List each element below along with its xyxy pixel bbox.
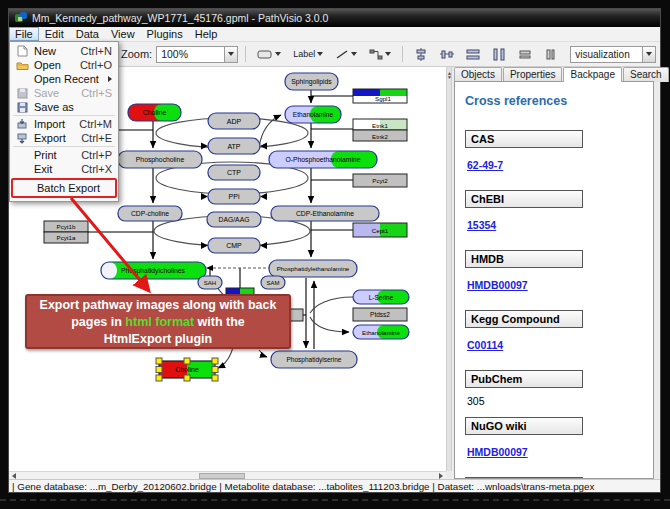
menu-edit[interactable]: Edit	[39, 27, 70, 41]
node-choline-top[interactable]: Choline	[128, 104, 181, 121]
label-tool-button[interactable]: Label	[289, 45, 327, 64]
datanode-tool-button[interactable]	[253, 45, 285, 64]
connector-tool-button[interactable]	[365, 45, 395, 64]
gene-box-pcyt1a[interactable]: Pcyt1a	[44, 232, 88, 243]
svg-text:Choline: Choline	[143, 109, 167, 116]
xref-link[interactable]: HMDB00097	[467, 446, 528, 458]
title-bar[interactable]: Mm_Kennedy_pathway_WP1771_45176.gpml - P…	[9, 9, 660, 27]
svg-text:DAG/AAG: DAG/AAG	[219, 216, 250, 223]
distribute-vertical-icon	[492, 48, 506, 61]
node-sah[interactable]: SAH	[198, 276, 222, 289]
gene-box-ptdss2[interactable]: Ptdss2	[353, 308, 407, 321]
match-height-button[interactable]	[540, 45, 562, 64]
file-menu-item-save-as[interactable]: Save as	[10, 100, 118, 114]
xref-section-nugo: NuGO wiki HMDB00097	[465, 417, 643, 467]
svg-text:Cept1: Cept1	[372, 227, 389, 234]
match-width-icon	[518, 48, 532, 61]
align-center-x-icon	[414, 48, 428, 61]
node-atp[interactable]: ATP	[208, 138, 260, 154]
file-menu-item-open[interactable]: OpenCtrl+O	[10, 58, 118, 72]
menu-data[interactable]: Data	[70, 27, 105, 41]
file-menu-item-open-recent[interactable]: Open Recent	[10, 72, 118, 86]
file-menu-item-save[interactable]: SaveCtrl+S	[10, 86, 118, 100]
svg-text:Phosphatidylethanolamine: Phosphatidylethanolamine	[277, 265, 350, 272]
match-width-button[interactable]	[514, 45, 536, 64]
svg-text:Phosphocholine: Phosphocholine	[136, 156, 185, 164]
distribute-horizontal-button[interactable]	[462, 45, 484, 64]
distribute-horizontal-icon	[466, 48, 480, 61]
tab-backpage[interactable]: Backpage	[563, 67, 621, 82]
gene-box-etnk2[interactable]: Etnk2	[353, 130, 407, 141]
node-phosphocholine[interactable]: Phosphocholine	[118, 151, 202, 168]
node-cdp-choline[interactable]: CDP-choline	[118, 206, 182, 221]
node-sphingolipids[interactable]: Sphingolipids	[285, 73, 338, 90]
file-menu-item-batch-export[interactable]: Batch Export	[13, 181, 115, 195]
connector-tool-icon	[369, 49, 383, 60]
align-center-y-button[interactable]	[436, 45, 458, 64]
node-phosphatidylserine[interactable]: Phosphatidylserine	[271, 351, 357, 368]
file-menu-item-new[interactable]: NewCtrl+N	[10, 44, 118, 58]
gene-box-cept1[interactable]: Cept1	[353, 223, 407, 237]
svg-text:Pcyt2: Pcyt2	[372, 177, 388, 184]
xref-section-cas: CAS 62-49-7	[465, 130, 643, 180]
node-dag-aag[interactable]: DAG/AAG	[207, 212, 261, 227]
connector-dropdown-icon	[385, 52, 391, 56]
xref-header: HMDB	[465, 250, 583, 268]
file-menu-item-export[interactable]: ExportCtrl+E	[10, 131, 118, 145]
xref-link[interactable]: C00114	[467, 339, 503, 351]
tab-objects[interactable]: Objects	[454, 67, 502, 82]
menu-file[interactable]: File	[9, 27, 39, 41]
visualization-dropdown-button[interactable]	[642, 47, 655, 62]
xref-section-kegg: Kegg Compound C00114	[465, 310, 643, 360]
align-center-y-icon	[440, 48, 454, 61]
menu-help[interactable]: Help	[189, 27, 224, 41]
node-sam[interactable]: SAM	[261, 276, 285, 289]
gene-box-pcyt2[interactable]: Pcyt2	[353, 174, 407, 187]
distribute-vertical-button[interactable]	[488, 45, 510, 64]
node-ppi[interactable]: PPi	[208, 189, 260, 204]
node-ctp[interactable]: CTP	[208, 165, 260, 180]
xref-section-hmdb: HMDB HMDB00097	[465, 250, 643, 300]
xref-link[interactable]: 15354	[467, 219, 496, 231]
node-phosphatidylcholines[interactable]: Phosphatidylcholines	[101, 262, 206, 279]
window-title: Mm_Kennedy_pathway_WP1771_45176.gpml - P…	[32, 12, 328, 24]
node-phosphatidylethanolamine[interactable]: Phosphatidylethanolamine	[269, 260, 357, 277]
svg-text:O-Phosphoethanolamine: O-Phosphoethanolamine	[285, 156, 360, 164]
toolbar-separator	[245, 46, 246, 62]
line-tool-button[interactable]	[331, 45, 361, 64]
node-adp[interactable]: ADP	[208, 113, 260, 129]
new-document-icon	[14, 45, 30, 57]
menu-plugins[interactable]: Plugins	[141, 27, 189, 41]
xref-link[interactable]: HMDB00097	[467, 279, 528, 291]
sidebar-tabs: Objects Properties Backpage Search Legen…	[452, 67, 656, 82]
menu-view[interactable]: View	[105, 27, 141, 41]
blank-icon	[14, 149, 30, 161]
zoom-dropdown-button[interactable]	[224, 47, 237, 62]
node-ethanolamine-top[interactable]: Ethanolamine	[285, 106, 341, 123]
node-cdp-ethanolamine[interactable]: CDP-Ethanolamine	[271, 206, 379, 221]
status-bar: | Gene database: ...m_Derby_20120602.bri…	[9, 479, 660, 492]
file-menu-item-print[interactable]: PrintCtrl+P	[10, 148, 118, 162]
blank-icon	[14, 163, 30, 175]
node-ethanolamine-lower[interactable]: Ethanolamine	[353, 325, 409, 339]
zoom-value: 100%	[157, 48, 224, 60]
align-center-x-button[interactable]	[410, 45, 432, 64]
zoom-combobox[interactable]: 100%	[156, 46, 238, 63]
tab-properties[interactable]: Properties	[503, 67, 563, 82]
file-menu-item-import[interactable]: ImportCtrl+M	[10, 117, 118, 131]
node-l-serine[interactable]: L-Serine	[353, 290, 409, 304]
node-o-phosphoethanolamine[interactable]: O-Phosphoethanolamine	[269, 151, 377, 168]
gene-box-sgpl1[interactable]: Sgpl1	[353, 89, 407, 103]
file-menu-item-exit[interactable]: ExitCtrl+X	[10, 162, 118, 176]
canvas-horizontal-scrollbar[interactable]	[9, 471, 446, 479]
node-cmp[interactable]: CMP	[208, 238, 260, 253]
visualization-select[interactable]: visualization	[570, 46, 656, 63]
menu-bar: File Edit Data View Plugins Help	[9, 27, 660, 42]
svg-text:Phosphatidylcholines: Phosphatidylcholines	[121, 267, 185, 275]
toolbar-separator	[402, 46, 403, 62]
tab-search[interactable]: Search	[623, 67, 669, 82]
gene-box-pcyt1b[interactable]: Pcyt1b	[44, 221, 88, 232]
xref-link[interactable]: 62-49-7	[467, 159, 503, 171]
node-choline-selected[interactable]: Choline	[156, 358, 218, 381]
gene-box-etnk1[interactable]: Etnk1	[353, 119, 407, 130]
